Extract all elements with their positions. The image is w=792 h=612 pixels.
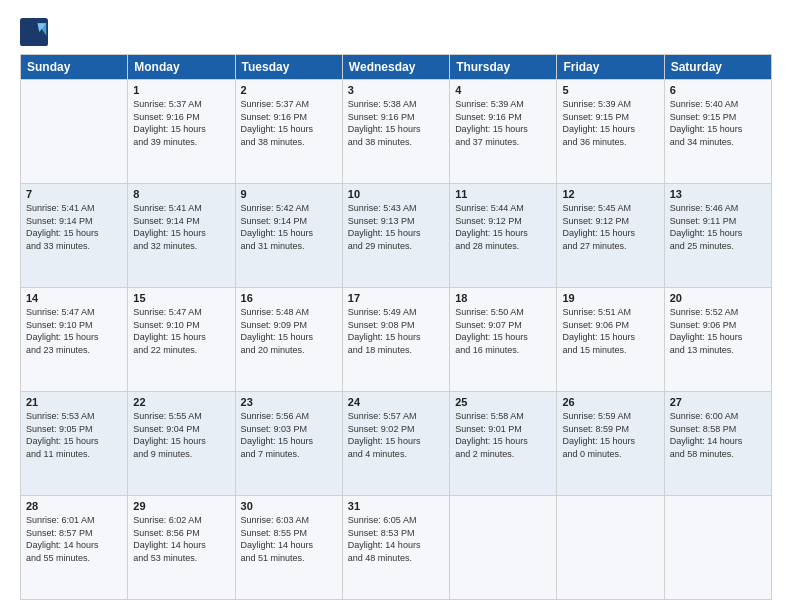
day-number: 6 [670, 84, 766, 96]
calendar-cell: 11Sunrise: 5:44 AM Sunset: 9:12 PM Dayli… [450, 184, 557, 288]
header-day: Sunday [21, 55, 128, 80]
calendar-cell: 19Sunrise: 5:51 AM Sunset: 9:06 PM Dayli… [557, 288, 664, 392]
calendar-cell [450, 496, 557, 600]
day-number: 8 [133, 188, 229, 200]
calendar-cell [664, 496, 771, 600]
calendar-cell [557, 496, 664, 600]
calendar-week: 28Sunrise: 6:01 AM Sunset: 8:57 PM Dayli… [21, 496, 772, 600]
day-info: Sunrise: 5:44 AM Sunset: 9:12 PM Dayligh… [455, 202, 551, 252]
calendar-cell: 5Sunrise: 5:39 AM Sunset: 9:15 PM Daylig… [557, 80, 664, 184]
header-day: Saturday [664, 55, 771, 80]
day-number: 14 [26, 292, 122, 304]
day-info: Sunrise: 5:56 AM Sunset: 9:03 PM Dayligh… [241, 410, 337, 460]
day-info: Sunrise: 5:45 AM Sunset: 9:12 PM Dayligh… [562, 202, 658, 252]
day-number: 24 [348, 396, 444, 408]
day-info: Sunrise: 5:37 AM Sunset: 9:16 PM Dayligh… [133, 98, 229, 148]
calendar-cell: 10Sunrise: 5:43 AM Sunset: 9:13 PM Dayli… [342, 184, 449, 288]
calendar-cell: 22Sunrise: 5:55 AM Sunset: 9:04 PM Dayli… [128, 392, 235, 496]
day-number: 10 [348, 188, 444, 200]
day-number: 16 [241, 292, 337, 304]
day-number: 2 [241, 84, 337, 96]
day-number: 18 [455, 292, 551, 304]
day-number: 3 [348, 84, 444, 96]
logo [20, 18, 52, 46]
day-number: 28 [26, 500, 122, 512]
header-day: Thursday [450, 55, 557, 80]
header-day: Wednesday [342, 55, 449, 80]
day-info: Sunrise: 6:05 AM Sunset: 8:53 PM Dayligh… [348, 514, 444, 564]
calendar-cell: 14Sunrise: 5:47 AM Sunset: 9:10 PM Dayli… [21, 288, 128, 392]
day-info: Sunrise: 5:55 AM Sunset: 9:04 PM Dayligh… [133, 410, 229, 460]
day-info: Sunrise: 5:39 AM Sunset: 9:15 PM Dayligh… [562, 98, 658, 148]
calendar-cell: 13Sunrise: 5:46 AM Sunset: 9:11 PM Dayli… [664, 184, 771, 288]
day-number: 15 [133, 292, 229, 304]
calendar-cell: 1Sunrise: 5:37 AM Sunset: 9:16 PM Daylig… [128, 80, 235, 184]
day-info: Sunrise: 6:02 AM Sunset: 8:56 PM Dayligh… [133, 514, 229, 564]
calendar-cell: 30Sunrise: 6:03 AM Sunset: 8:55 PM Dayli… [235, 496, 342, 600]
calendar-cell: 15Sunrise: 5:47 AM Sunset: 9:10 PM Dayli… [128, 288, 235, 392]
day-number: 11 [455, 188, 551, 200]
calendar-cell: 16Sunrise: 5:48 AM Sunset: 9:09 PM Dayli… [235, 288, 342, 392]
day-info: Sunrise: 6:03 AM Sunset: 8:55 PM Dayligh… [241, 514, 337, 564]
day-number: 25 [455, 396, 551, 408]
day-info: Sunrise: 5:41 AM Sunset: 9:14 PM Dayligh… [133, 202, 229, 252]
day-number: 1 [133, 84, 229, 96]
header-day: Friday [557, 55, 664, 80]
day-number: 23 [241, 396, 337, 408]
day-info: Sunrise: 5:57 AM Sunset: 9:02 PM Dayligh… [348, 410, 444, 460]
calendar-week: 21Sunrise: 5:53 AM Sunset: 9:05 PM Dayli… [21, 392, 772, 496]
page: SundayMondayTuesdayWednesdayThursdayFrid… [0, 0, 792, 612]
calendar-cell: 8Sunrise: 5:41 AM Sunset: 9:14 PM Daylig… [128, 184, 235, 288]
day-number: 22 [133, 396, 229, 408]
day-info: Sunrise: 5:47 AM Sunset: 9:10 PM Dayligh… [26, 306, 122, 356]
day-number: 29 [133, 500, 229, 512]
header-row: SundayMondayTuesdayWednesdayThursdayFrid… [21, 55, 772, 80]
logo-icon [20, 18, 48, 46]
day-info: Sunrise: 5:37 AM Sunset: 9:16 PM Dayligh… [241, 98, 337, 148]
day-number: 30 [241, 500, 337, 512]
day-info: Sunrise: 5:47 AM Sunset: 9:10 PM Dayligh… [133, 306, 229, 356]
calendar-week: 7Sunrise: 5:41 AM Sunset: 9:14 PM Daylig… [21, 184, 772, 288]
day-info: Sunrise: 5:46 AM Sunset: 9:11 PM Dayligh… [670, 202, 766, 252]
calendar-cell: 24Sunrise: 5:57 AM Sunset: 9:02 PM Dayli… [342, 392, 449, 496]
calendar-cell: 6Sunrise: 5:40 AM Sunset: 9:15 PM Daylig… [664, 80, 771, 184]
day-info: Sunrise: 5:48 AM Sunset: 9:09 PM Dayligh… [241, 306, 337, 356]
calendar-cell: 7Sunrise: 5:41 AM Sunset: 9:14 PM Daylig… [21, 184, 128, 288]
day-info: Sunrise: 5:42 AM Sunset: 9:14 PM Dayligh… [241, 202, 337, 252]
day-info: Sunrise: 5:58 AM Sunset: 9:01 PM Dayligh… [455, 410, 551, 460]
calendar-cell: 18Sunrise: 5:50 AM Sunset: 9:07 PM Dayli… [450, 288, 557, 392]
day-info: Sunrise: 5:41 AM Sunset: 9:14 PM Dayligh… [26, 202, 122, 252]
calendar-cell: 31Sunrise: 6:05 AM Sunset: 8:53 PM Dayli… [342, 496, 449, 600]
day-number: 19 [562, 292, 658, 304]
day-info: Sunrise: 6:00 AM Sunset: 8:58 PM Dayligh… [670, 410, 766, 460]
calendar-cell: 27Sunrise: 6:00 AM Sunset: 8:58 PM Dayli… [664, 392, 771, 496]
header-day: Monday [128, 55, 235, 80]
day-number: 17 [348, 292, 444, 304]
header-day: Tuesday [235, 55, 342, 80]
day-info: Sunrise: 5:50 AM Sunset: 9:07 PM Dayligh… [455, 306, 551, 356]
day-number: 9 [241, 188, 337, 200]
day-info: Sunrise: 6:01 AM Sunset: 8:57 PM Dayligh… [26, 514, 122, 564]
calendar-cell: 21Sunrise: 5:53 AM Sunset: 9:05 PM Dayli… [21, 392, 128, 496]
calendar-cell: 4Sunrise: 5:39 AM Sunset: 9:16 PM Daylig… [450, 80, 557, 184]
day-info: Sunrise: 5:49 AM Sunset: 9:08 PM Dayligh… [348, 306, 444, 356]
calendar-cell: 9Sunrise: 5:42 AM Sunset: 9:14 PM Daylig… [235, 184, 342, 288]
day-info: Sunrise: 5:40 AM Sunset: 9:15 PM Dayligh… [670, 98, 766, 148]
day-info: Sunrise: 5:52 AM Sunset: 9:06 PM Dayligh… [670, 306, 766, 356]
calendar-cell: 17Sunrise: 5:49 AM Sunset: 9:08 PM Dayli… [342, 288, 449, 392]
day-number: 7 [26, 188, 122, 200]
calendar-week: 14Sunrise: 5:47 AM Sunset: 9:10 PM Dayli… [21, 288, 772, 392]
calendar-cell: 2Sunrise: 5:37 AM Sunset: 9:16 PM Daylig… [235, 80, 342, 184]
calendar-cell: 28Sunrise: 6:01 AM Sunset: 8:57 PM Dayli… [21, 496, 128, 600]
day-info: Sunrise: 5:53 AM Sunset: 9:05 PM Dayligh… [26, 410, 122, 460]
day-number: 5 [562, 84, 658, 96]
calendar-cell: 29Sunrise: 6:02 AM Sunset: 8:56 PM Dayli… [128, 496, 235, 600]
day-info: Sunrise: 5:59 AM Sunset: 8:59 PM Dayligh… [562, 410, 658, 460]
calendar-cell: 20Sunrise: 5:52 AM Sunset: 9:06 PM Dayli… [664, 288, 771, 392]
day-number: 21 [26, 396, 122, 408]
day-number: 26 [562, 396, 658, 408]
day-number: 27 [670, 396, 766, 408]
day-number: 4 [455, 84, 551, 96]
day-info: Sunrise: 5:39 AM Sunset: 9:16 PM Dayligh… [455, 98, 551, 148]
calendar-cell: 12Sunrise: 5:45 AM Sunset: 9:12 PM Dayli… [557, 184, 664, 288]
